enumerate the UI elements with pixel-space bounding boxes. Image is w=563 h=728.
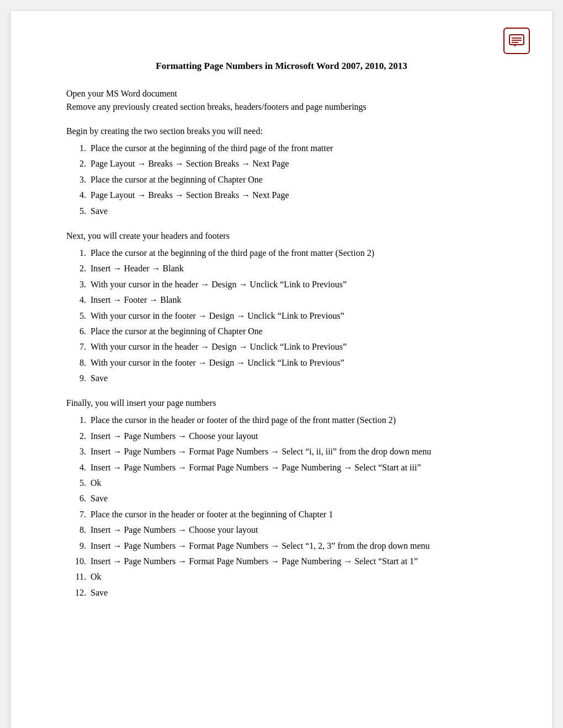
list-item: Save <box>88 491 497 506</box>
list-item: Place the cursor in the header or footer… <box>88 507 497 522</box>
list-item: Place the cursor at the beginning of the… <box>88 246 497 260</box>
list-item: Insert → Page Numbers → Format Page Numb… <box>88 461 497 475</box>
list-item: Page Layout → Breaks → Section Breaks → … <box>88 188 497 202</box>
intro-line-2: Remove any previously created section br… <box>66 100 497 114</box>
list-item: Save <box>88 371 497 386</box>
section3-intro: Finally, you will insert your page numbe… <box>66 397 497 410</box>
section2-intro: Next, you will create your headers and f… <box>66 229 497 243</box>
intro-block: Open your MS Word document Remove any pr… <box>66 87 497 114</box>
list-item: Ok <box>88 570 497 584</box>
list-item: Page Layout → Breaks → Section Breaks → … <box>88 157 497 171</box>
section1: Begin by creating the two section breaks… <box>66 125 497 218</box>
list-item: Save <box>88 204 497 218</box>
page-title: Formatting Page Numbers in Microsoft Wor… <box>66 61 497 72</box>
section2-list: Place the cursor at the beginning of the… <box>88 246 497 386</box>
list-item: With your cursor in the footer → Design … <box>88 356 497 370</box>
list-item: Place the cursor at the beginning of the… <box>88 141 497 156</box>
list-item: Insert → Page Numbers → Format Page Numb… <box>88 554 497 569</box>
list-item: Place the cursor in the header or footer… <box>88 413 497 427</box>
intro-line-1: Open your MS Word document <box>66 87 497 100</box>
list-item: Insert → Page Numbers → Choose your layo… <box>88 523 497 537</box>
svg-rect-0 <box>509 35 524 45</box>
list-item: With your cursor in the header → Design … <box>88 277 497 292</box>
list-item: Place the cursor at the beginning of Cha… <box>88 173 497 187</box>
list-item: Insert → Page Numbers → Format Page Numb… <box>88 539 497 553</box>
section1-list: Place the cursor at the beginning of the… <box>88 141 497 218</box>
list-item: Insert → Page Numbers → Choose your layo… <box>88 429 497 443</box>
section3-list: Place the cursor in the header or footer… <box>88 413 497 600</box>
list-item: Save <box>88 586 497 600</box>
list-item: Place the cursor at the beginning of Cha… <box>88 324 497 339</box>
section2: Next, you will create your headers and f… <box>66 229 497 386</box>
list-item: With your cursor in the footer → Design … <box>88 309 497 323</box>
chat-icon <box>503 28 530 54</box>
page: Formatting Page Numbers in Microsoft Wor… <box>11 11 552 728</box>
section3: Finally, you will insert your page numbe… <box>66 397 497 600</box>
list-item: Ok <box>88 476 497 490</box>
list-item: Insert → Header → Blank <box>88 261 497 276</box>
list-item: Insert → Footer → Blank <box>88 293 497 307</box>
section1-intro: Begin by creating the two section breaks… <box>66 125 497 138</box>
list-item: Insert → Page Numbers → Format Page Numb… <box>88 445 497 459</box>
list-item: With your cursor in the header → Design … <box>88 340 497 354</box>
